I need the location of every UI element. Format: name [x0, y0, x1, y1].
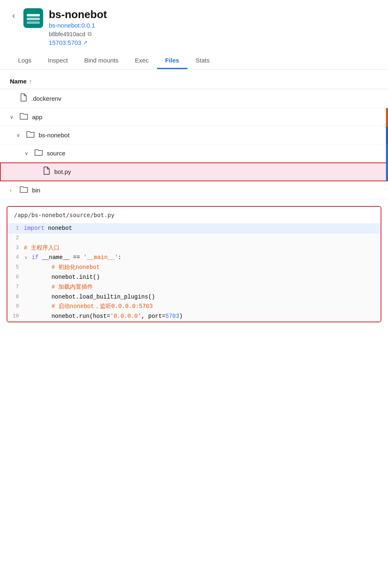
line-content-10: nonebot.run(host='0.0.0.0', port=5703) — [24, 312, 381, 322]
sort-icon[interactable]: ↑ — [29, 78, 32, 85]
name-column-header: Name — [10, 78, 27, 85]
line-number-4: 4 — [7, 253, 24, 262]
line-number-1: 1 — [7, 224, 24, 233]
file-name-dockerenv: .dockerenv — [31, 95, 61, 102]
line-content-2 — [24, 234, 381, 243]
copy-icon[interactable]: ⧉ — [88, 30, 92, 37]
external-link-icon: ↗ — [83, 39, 88, 46]
file-item-wrapper: .dockerenv — [0, 89, 388, 108]
chevron-placeholder-botpy — [33, 169, 39, 175]
line-content-3: # 主程序入口 — [24, 243, 381, 253]
line-number-10: 10 — [7, 312, 24, 321]
file-list: .dockerenv ∨ app ∨ — [0, 89, 388, 199]
code-line-9: 9 # 启动nonebot，监听0.0.0.0:5703 — [7, 302, 381, 312]
file-icon-botpy — [43, 167, 50, 177]
file-icon-dockerenv — [20, 93, 27, 104]
container-icon — [23, 8, 43, 28]
chevron-source[interactable]: ∨ — [25, 150, 30, 156]
file-item-wrapper-app: ∨ app — [0, 108, 388, 126]
code-file-path: /app/bs-nonebot/source/bot.py — [7, 207, 381, 224]
side-indicator-bsnonebot — [386, 126, 388, 144]
tab-bar: Logs Inspect Bind mounts Exec Files Stat… — [10, 53, 378, 69]
line-number-8: 8 — [7, 292, 24, 301]
line-content-8: nonebot.load_builtin_plugins() — [24, 292, 381, 302]
line-number-3: 3 — [7, 243, 24, 252]
code-line-3: 3 # 主程序入口 — [7, 243, 381, 253]
file-item-source[interactable]: ∨ source — [0, 144, 388, 162]
file-item-bsnonebot[interactable]: ∨ bs-nonebot — [0, 126, 388, 144]
line-number-6: 6 — [7, 273, 24, 282]
chevron-bin[interactable]: › — [10, 188, 16, 193]
file-item-wrapper-bin: › bin — [0, 181, 388, 199]
line-number-2: 2 — [7, 234, 24, 243]
file-item-botpy[interactable]: bot.py — [0, 162, 388, 181]
folder-name-bsnonebot: bs-nonebot — [39, 132, 69, 139]
tab-bind-mounts[interactable]: Bind mounts — [76, 53, 127, 69]
file-name-botpy: bot.py — [54, 168, 71, 175]
svg-rect-2 — [27, 18, 40, 20]
code-line-4: 4 ∨ if __name__ == '__main__': — [7, 253, 381, 263]
file-item-wrapper-source: ∨ source — [0, 144, 388, 162]
container-info: bs-nonebot bs-nonebot:0.0.1 b8bfe4910acd… — [49, 8, 378, 46]
side-indicator-botpy — [386, 162, 388, 181]
code-line-2: 2 — [7, 234, 381, 243]
line-content-5: # 初始化nonebot — [24, 263, 381, 273]
code-line-10: 10 nonebot.run(host='0.0.0.0', port=5703… — [7, 312, 381, 322]
chevron-placeholder — [10, 96, 16, 102]
code-line-7: 7 # 加载内置插件 — [7, 282, 381, 292]
file-item-wrapper-botpy: bot.py — [0, 162, 388, 181]
file-item-app[interactable]: ∨ app — [0, 108, 388, 126]
line-content-1: import nonebot — [24, 224, 381, 234]
code-line-6: 6 nonebot.init() — [7, 273, 381, 282]
line-content-4: ∨ if __name__ == '__main__': — [24, 253, 381, 263]
code-content: 1 import nonebot 2 3 # 主程序入口 4 ∨ if __na… — [7, 224, 381, 322]
file-item-wrapper-bsnonebot: ∨ bs-nonebot — [0, 126, 388, 144]
back-button[interactable]: ‹ — [10, 10, 18, 21]
file-item-dockerenv[interactable]: .dockerenv — [0, 89, 388, 108]
container-image-link[interactable]: bs-nonebot:0.0.1 — [49, 22, 378, 29]
header: ‹ bs-nonebot bs-nonebot:0.0.1 b8bfe4910a… — [0, 0, 388, 69]
tab-exec[interactable]: Exec — [127, 53, 157, 69]
fold-icon-4[interactable]: ∨ — [24, 255, 28, 260]
folder-name-bin: bin — [32, 187, 40, 194]
code-line-5: 5 # 初始化nonebot — [7, 263, 381, 273]
line-number-5: 5 — [7, 263, 24, 272]
folder-icon-bsnonebot — [26, 130, 35, 140]
file-browser: Name ↑ .dockerenv ∨ — [0, 69, 388, 199]
code-line-8: 8 nonebot.load_builtin_plugins() — [7, 292, 381, 302]
line-number-7: 7 — [7, 282, 24, 292]
tab-files[interactable]: Files — [157, 53, 187, 69]
folder-icon-app — [20, 112, 28, 122]
port-link[interactable]: 15703:5703 ↗ — [49, 39, 378, 46]
line-content-6: nonebot.init() — [24, 273, 381, 282]
line-content-9: # 启动nonebot，监听0.0.0.0:5703 — [24, 302, 381, 312]
svg-rect-3 — [27, 21, 40, 24]
chevron-bsnonebot[interactable]: ∨ — [16, 132, 22, 138]
line-number-9: 9 — [7, 302, 24, 311]
folder-icon-source — [35, 148, 43, 158]
folder-icon-bin — [20, 185, 28, 195]
container-name: bs-nonebot — [49, 8, 378, 21]
side-indicator-source — [386, 144, 388, 162]
code-panel: /app/bs-nonebot/source/bot.py 1 import n… — [7, 206, 381, 322]
tab-inspect[interactable]: Inspect — [40, 53, 76, 69]
side-indicator-app — [386, 108, 388, 126]
folder-name-app: app — [32, 113, 42, 120]
line-content-7: # 加载内置插件 — [24, 282, 381, 292]
file-list-header: Name ↑ — [0, 69, 388, 89]
tab-stats[interactable]: Stats — [187, 53, 218, 69]
code-line-1: 1 import nonebot — [7, 224, 381, 234]
container-id: b8bfe4910acd — [49, 31, 85, 37]
file-item-bin[interactable]: › bin — [0, 181, 388, 199]
tab-logs[interactable]: Logs — [10, 53, 40, 69]
svg-rect-1 — [27, 14, 40, 16]
folder-name-source: source — [47, 150, 65, 157]
chevron-app[interactable]: ∨ — [10, 114, 16, 120]
